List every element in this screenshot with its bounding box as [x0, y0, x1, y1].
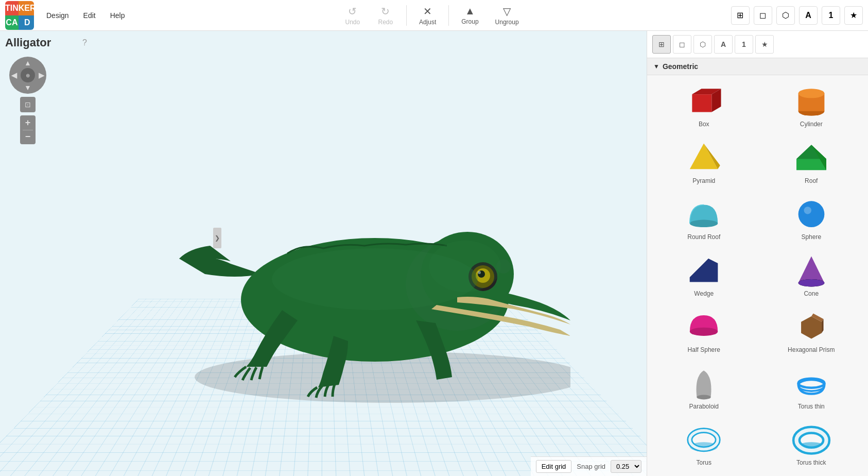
menu-edit[interactable]: Edit	[76, 7, 103, 24]
svg-point-12	[798, 201, 824, 227]
compass-down: ▼	[24, 83, 31, 92]
edit-grid-button[interactable]: Edit grid	[536, 460, 572, 473]
torus-thick-icon	[791, 423, 832, 456]
svg-marker-16	[690, 259, 718, 282]
right-panel: ⊞ ◻ ⬡ A 1 ★ ▼ Geometric Box	[647, 31, 868, 476]
hexagonal-prism-label: Hexagonal Prism	[788, 346, 835, 353]
toolbar-separator-2	[448, 5, 449, 26]
compass-left: ◀	[11, 71, 17, 79]
canvas-area[interactable]: Alligator ? ▲ ▼ ◀ ▶ ⊕ ⊡ + −	[0, 31, 647, 476]
shape-cylinder[interactable]: Cylinder	[759, 79, 864, 133]
cone-icon	[791, 254, 832, 286]
svg-marker-6	[690, 144, 718, 169]
undo-button[interactable]: ↺ Undo	[337, 2, 368, 29]
paraboloid-icon	[683, 367, 724, 399]
view-cube-btn[interactable]: ◻	[754, 6, 772, 25]
model-area	[41, 72, 636, 455]
ungroup-button[interactable]: ▽ Ungroup	[488, 2, 526, 29]
shape-round-roof[interactable]: Round Roof	[651, 192, 757, 246]
cone-label: Cone	[804, 290, 819, 297]
undo-label: Undo	[345, 19, 360, 26]
svg-marker-17	[798, 257, 824, 283]
wedge-icon	[683, 254, 724, 286]
round-roof-icon	[683, 198, 724, 230]
svg-point-11	[690, 219, 718, 227]
half-sphere-icon	[683, 311, 724, 343]
shape-half-sphere[interactable]: Half Sphere	[651, 305, 757, 359]
hexagonal-prism-icon	[791, 311, 832, 343]
shape-sphere[interactable]: Sphere	[759, 192, 864, 246]
view-cube-button[interactable]: ◻	[673, 35, 691, 54]
toolbar-separator-1	[406, 5, 407, 26]
nav-zoom[interactable]: + −	[20, 115, 36, 144]
view-a-btn[interactable]: A	[799, 6, 818, 25]
shape-hexagonal-prism[interactable]: Hexagonal Prism	[759, 305, 864, 359]
torus-thick-label: Torus thick	[796, 459, 826, 466]
alligator-model	[107, 109, 570, 418]
view-1-btn[interactable]: 1	[822, 6, 840, 25]
help-button[interactable]: ?	[82, 38, 87, 47]
shape-pyramid[interactable]: Pyramid	[651, 135, 757, 190]
ungroup-label: Ungroup	[495, 19, 519, 26]
shape-wedge[interactable]: Wedge	[651, 248, 757, 302]
view-letter-button[interactable]: A	[714, 35, 733, 54]
pyramid-icon	[683, 141, 724, 174]
logo-cad2: D	[19, 15, 34, 30]
torus-thin-icon	[791, 367, 832, 399]
cylinder-label: Cylinder	[800, 121, 823, 128]
view-hex-button[interactable]: ⬡	[693, 35, 712, 54]
nav-home-button[interactable]: ⊡	[20, 97, 36, 112]
adjust-button[interactable]: ✕ Adjust	[412, 2, 443, 29]
collapse-panel-button[interactable]: ❯	[213, 228, 221, 248]
section-header[interactable]: ▼ Geometric	[647, 58, 868, 75]
roof-icon	[791, 141, 832, 174]
head-highlight	[429, 241, 501, 292]
view-hex-btn[interactable]: ⬡	[776, 6, 795, 25]
shape-torus-thick[interactable]: Torus thick	[759, 418, 864, 472]
shape-box[interactable]: Box	[651, 79, 757, 133]
topbar: TIN KER CA D Design Edit Help ↺ Undo ↻ R…	[0, 0, 868, 31]
project-title: Alligator	[5, 36, 51, 49]
home-icon: ⊡	[25, 100, 31, 109]
snap-select[interactable]: 0.25 0.1 0.5 1.0	[611, 460, 641, 473]
logo-cad1: CA	[5, 15, 19, 30]
menu-help[interactable]: Help	[103, 7, 132, 24]
section-chevron: ▼	[653, 63, 659, 70]
view-grid-btn[interactable]: ⊞	[731, 6, 750, 25]
logo-ker: KER	[19, 1, 34, 15]
svg-point-20	[690, 327, 718, 335]
compass-dot: ⊕	[26, 73, 30, 78]
adjust-label: Adjust	[419, 19, 436, 26]
paraboloid-label: Paraboloid	[689, 403, 719, 410]
view-number-button[interactable]: 1	[735, 35, 753, 54]
half-sphere-label: Half Sphere	[688, 346, 720, 353]
menu-design[interactable]: Design	[39, 7, 76, 24]
zoom-out-button[interactable]: −	[25, 131, 31, 143]
shape-torus[interactable]: Torus	[651, 418, 757, 472]
group-button[interactable]: ▲ Group	[454, 2, 485, 28]
view-controls: ⊞ ◻ ⬡ A 1 ★	[647, 31, 868, 58]
view-star-button[interactable]: ★	[755, 35, 774, 54]
torus-label: Torus	[697, 459, 711, 466]
logo[interactable]: TIN KER CA D	[5, 1, 34, 30]
svg-point-5	[798, 89, 824, 98]
zoom-in-button[interactable]: +	[25, 117, 31, 129]
wedge-label: Wedge	[694, 290, 714, 297]
sphere-icon	[791, 198, 832, 230]
shapes-grid: Box Cylinder Pyramid	[647, 75, 868, 476]
view-grid-button[interactable]: ⊞	[652, 35, 671, 54]
redo-icon: ↻	[381, 5, 390, 18]
redo-button[interactable]: ↻ Redo	[370, 2, 401, 29]
toolbar-right: ⊞ ◻ ⬡ A 1 ★	[731, 6, 863, 25]
undo-icon: ↺	[348, 5, 357, 18]
view-star-btn[interactable]: ★	[844, 6, 863, 25]
compass-center: ⊕	[21, 68, 35, 82]
shape-torus-thin[interactable]: Torus thin	[759, 361, 864, 415]
ungroup-icon: ▽	[503, 5, 511, 18]
svg-point-24	[697, 395, 711, 400]
shape-roof[interactable]: Roof	[759, 135, 864, 190]
shape-paraboloid[interactable]: Paraboloid	[651, 361, 757, 415]
section-label: Geometric	[663, 62, 698, 71]
shape-cone[interactable]: Cone	[759, 248, 864, 302]
zoom-divider	[23, 130, 33, 130]
